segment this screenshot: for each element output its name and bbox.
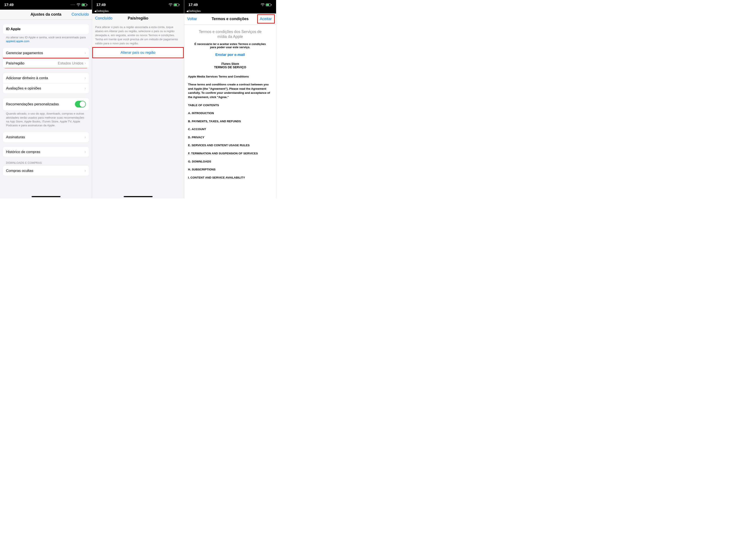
terms-service-label: TERMOS DE SERVIÇO [188,66,272,69]
downloads-section-header: DOWNLOADS E COMPRAS [0,157,92,166]
cell-signal-dots: •••• [71,4,75,6]
nav-title: Termos e condições [212,17,249,21]
manage-payments-label: Gerenciar pagamentos [6,51,85,55]
battery-charging-icon [174,3,180,6]
chevron-right-icon: › [85,169,86,173]
terms-content[interactable]: Termos e condições dos Serviços de mídia… [184,25,276,199]
apple-id-footer: Ao alterar seu ID Apple e senha, você se… [0,34,92,43]
status-time: 17:49 [4,3,13,7]
accept-label: Aceitar [260,17,272,21]
hidden-purchases-row[interactable]: Compras ocultas › [3,166,89,176]
terms-store-label: iTunes Store [188,62,272,66]
home-indicator[interactable] [124,196,152,197]
toc-item-d: D. PRIVACY [188,135,272,140]
toc-item-h: H. SUBSCRIPTIONS [188,167,272,172]
nav-bar: Ajustes da conta Concluído [0,10,92,19]
toc-item-i: I. CONTENT AND SERVICE AVAILABILITY [188,176,272,180]
chevron-right-icon: › [85,61,86,66]
accept-button[interactable]: Aceitar [258,16,273,22]
status-time: 17:49 [96,3,106,7]
nav-title: Ajustes da conta [30,12,61,17]
toc-item-c: C. ACCOUNT [188,127,272,132]
purchase-history-row[interactable]: Histórico de compras › [3,147,89,157]
toc-item-e: E. SERVICES AND CONTENT USAGE RULES [188,143,272,148]
personalized-recs-row: Recomendações personalizadas [3,98,89,110]
done-button[interactable]: Concluído [95,16,112,21]
wifi-icon [169,3,172,6]
country-region-value: Estados Unidos [58,61,83,66]
svg-rect-8 [271,4,272,5]
svg-rect-5 [179,4,179,5]
ratings-reviews-row[interactable]: Avaliações e opiniões › [3,83,89,93]
apple-id-row[interactable]: ID Apple [3,24,89,34]
personalized-footer: Quando ativado, o uso do app, downloads,… [0,110,92,127]
chevron-right-icon: › [85,150,86,154]
wifi-icon [77,3,80,6]
manage-payments-row[interactable]: Gerenciar pagamentos › [3,48,89,58]
breadcrumb-back[interactable]: ◀ Definições [184,10,276,13]
chevron-right-icon: › [85,86,86,91]
nav-title: País/região [128,16,148,21]
svg-rect-2 [87,4,87,5]
breadcrumb-back[interactable]: ◀ Definições [92,10,184,13]
toc-item-b: B. PAYMENTS, TAXES, AND REFUNDS [188,119,272,124]
status-bar: 17:49 •••• [0,0,92,10]
terms-p2: These terms and conditions create a cont… [188,82,272,99]
appleid-link[interactable]: appleid.apple.com [6,40,30,43]
breadcrumb-label: Definições [97,10,109,13]
terms-heading: Termos e condições dos Serviços de mídia… [194,29,266,39]
add-funds-row[interactable]: Adicionar dinheiro à conta › [3,73,89,83]
country-change-info: Para alterar o país ou a região associad… [92,23,184,48]
home-indicator[interactable] [31,196,60,197]
battery-charging-icon [266,3,272,6]
personalized-toggle[interactable] [75,101,86,108]
subscriptions-row[interactable]: Assinaturas › [3,132,89,142]
purchase-history-label: Histórico de compras [6,150,85,154]
chevron-right-icon: › [85,76,86,80]
country-region-row[interactable]: País/região Estados Unidos › [3,58,89,68]
status-bar: 17:49 [184,0,276,10]
nav-bar: Concluído País/região [92,13,184,23]
toc-item-a: A. INTRODUCTION [188,111,272,115]
terms-toc-header: TABLE OF CONTENTS [188,103,272,108]
chevron-left-icon: ◀ [186,10,188,13]
subscriptions-label: Assinaturas [6,135,85,139]
chevron-right-icon: › [85,135,86,139]
apple-id-label: ID Apple [6,27,86,31]
toc-item-f: F. TERMINATION AND SUSPENSION OF SERVICE… [188,151,272,156]
ratings-reviews-label: Avaliações e opiniões [6,86,85,91]
send-by-email-button[interactable]: Enviar por e-mail [188,53,272,57]
chevron-left-icon: ◀ [94,10,96,13]
add-funds-label: Adicionar dinheiro à conta [6,76,85,80]
status-time: 17:49 [188,3,198,7]
terms-body: Apple Media Services Terms and Condition… [188,75,272,180]
hidden-purchases-label: Compras ocultas [6,169,85,173]
back-button[interactable]: Voltar [187,17,197,21]
breadcrumb-label: Definições [189,10,201,13]
toc-item-g: G. DOWNLOADS [188,160,272,164]
personalized-label: Recomendações personalizadas [6,102,75,106]
wifi-icon [261,3,264,6]
nav-bar: Voltar Termos e condições Aceitar [184,13,276,25]
change-country-button[interactable]: Alterar país ou região [92,48,184,58]
terms-subheading: É necessário ler e aceitar estes Termos … [192,42,268,49]
done-button[interactable]: Concluído [72,12,89,17]
terms-p1: Apple Media Services Terms and Condition… [188,75,272,79]
battery-charging-icon [82,3,88,6]
country-region-label: País/região [6,61,58,66]
status-bar: 17:49 [92,0,184,10]
chevron-right-icon: › [85,51,86,55]
